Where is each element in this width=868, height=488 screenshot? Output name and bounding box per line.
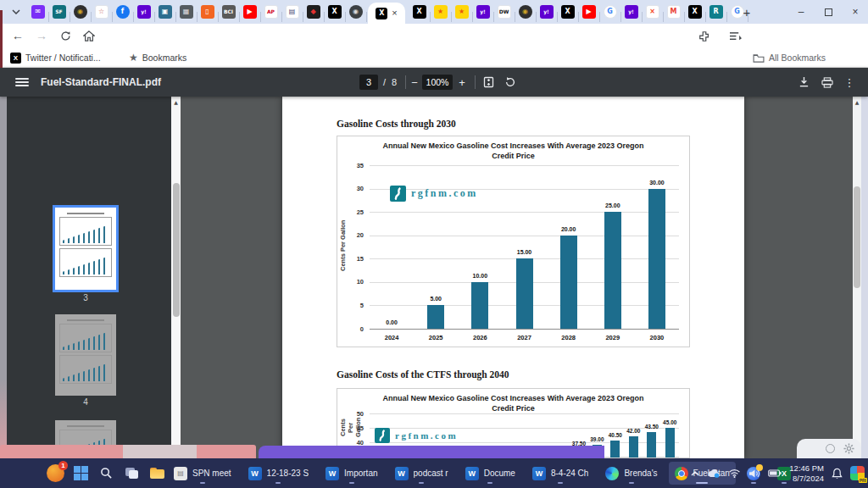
zoom-level[interactable]: 100% xyxy=(422,75,453,90)
thumbnail-page-3[interactable] xyxy=(55,208,116,290)
y-tick-label: 20 xyxy=(337,231,364,239)
flame-tab[interactable]: ◆ xyxy=(303,5,324,19)
x-twitter-tab[interactable]: X xyxy=(557,5,578,19)
dw-tab[interactable]: DW xyxy=(493,5,515,19)
taskbar-app-brenda-s[interactable]: Brenda's xyxy=(599,462,663,485)
sidebar-scrollbar-thumb[interactable] xyxy=(173,183,180,317)
bci-tab[interactable]: BCI xyxy=(218,5,239,19)
sidebar-scrollbar[interactable]: ▲ ▼ xyxy=(171,97,181,458)
zoom-out-button[interactable]: − xyxy=(409,74,420,91)
favicon-x-twitter: X xyxy=(688,5,702,19)
x-twitter-tab[interactable]: X xyxy=(409,5,430,19)
gold-star-tab[interactable]: ★ xyxy=(451,5,472,19)
home-button[interactable] xyxy=(81,28,97,43)
section-heading-2030: Gasoline Costs through 2030 xyxy=(337,119,456,129)
x-twitter-tab[interactable]: X xyxy=(324,5,345,19)
active-tab[interactable]: X × xyxy=(368,3,405,24)
taskbar-app-podcast-r[interactable]: Wpodcast r xyxy=(389,462,454,485)
gold-seal-tab[interactable]: ◉ xyxy=(515,5,536,19)
favicon-gold-seal: ◉ xyxy=(519,5,532,19)
word-icon: W xyxy=(326,467,339,480)
us-flag-tab[interactable]: ▤ xyxy=(281,5,303,19)
task-view-button[interactable] xyxy=(120,458,142,488)
scroll-up-icon[interactable]: ▲ xyxy=(171,99,181,105)
favicon-us-flag: ▤ xyxy=(286,5,299,19)
reload-button[interactable] xyxy=(58,28,73,43)
dark-grid-tab[interactable]: ▦ xyxy=(175,5,197,19)
wifi-icon[interactable] xyxy=(728,469,741,478)
teal-r-tab[interactable]: R xyxy=(705,5,726,19)
new-tab-button[interactable]: + xyxy=(737,3,756,20)
volume-icon[interactable] xyxy=(748,469,760,479)
back-button[interactable]: ← xyxy=(10,28,25,43)
thumbnail-page-4[interactable] xyxy=(55,314,116,396)
onedrive-cloud-icon[interactable] xyxy=(707,469,721,478)
side-panel-icon[interactable] xyxy=(727,29,743,44)
pdf-menu-hamburger-icon[interactable] xyxy=(15,78,29,86)
youtube-tab[interactable]: ▶ xyxy=(578,5,599,19)
taskbar-app-spn-meet[interactable]: ▤SPN meet xyxy=(168,462,237,485)
file-explorer-button[interactable] xyxy=(146,458,168,488)
taskbar-search-button[interactable] xyxy=(95,458,117,488)
window-minimize-button[interactable]: – xyxy=(788,0,814,24)
notifications-bell-icon[interactable] xyxy=(832,468,843,480)
x-twitter-tab[interactable]: X xyxy=(684,5,705,19)
y-tick-label: 35 xyxy=(337,162,364,169)
taskbar-app-importan[interactable]: WImportan xyxy=(320,462,383,485)
word-icon: W xyxy=(532,467,546,480)
fit-page-button[interactable] xyxy=(480,74,497,91)
tray-overflow-chevron-icon[interactable] xyxy=(691,471,699,476)
zoom-in-button[interactable]: + xyxy=(456,74,468,91)
orange-app-tab[interactable]: ▯ xyxy=(197,5,218,19)
all-bookmarks-button[interactable]: All Bookmarks xyxy=(753,47,826,68)
orange-app-icon[interactable]: 1 xyxy=(47,464,64,482)
youtube-tab[interactable]: ▶ xyxy=(239,5,260,19)
forward-button[interactable]: → xyxy=(34,28,49,43)
red-star-tab[interactable]: ☆ xyxy=(91,5,112,19)
rotate-button[interactable] xyxy=(502,74,519,91)
scroll-up-icon[interactable]: ▲ xyxy=(853,99,861,105)
taskbar-app-docume[interactable]: WDocume xyxy=(459,462,521,485)
sfnm-tab[interactable]: SF xyxy=(48,5,70,19)
yahoo-tab[interactable]: y! xyxy=(620,5,642,19)
gear-icon xyxy=(843,443,854,454)
joomla-tab[interactable]: × xyxy=(642,5,663,19)
start-button[interactable] xyxy=(70,458,92,488)
gold-seal-tab[interactable]: ◉ xyxy=(70,5,91,19)
teal-app-tab[interactable]: ▣ xyxy=(154,5,175,19)
taskbar-clock[interactable]: 12:46 PM 8/7/2024 xyxy=(789,463,824,484)
ap-news-tab[interactable]: AP xyxy=(260,5,281,19)
main-scrollbar[interactable]: ▲ xyxy=(853,97,861,458)
bookmark-twitter[interactable]: X Twitter / Notificati... xyxy=(10,47,101,68)
facebook-tab[interactable]: f xyxy=(112,5,133,19)
print-button[interactable] xyxy=(819,74,836,91)
yahoo-tab[interactable]: y! xyxy=(133,5,154,19)
google-tab[interactable]: G xyxy=(599,5,620,19)
extensions-puzzle-icon[interactable] xyxy=(697,29,712,44)
bookmark-folder-bookmarks[interactable]: ★ Bookmarks xyxy=(129,47,186,68)
download-button[interactable] xyxy=(795,74,812,91)
gridline xyxy=(370,413,679,414)
favicon-x-twitter: X xyxy=(328,5,342,19)
window-maximize-button[interactable] xyxy=(815,0,841,24)
battery-icon[interactable] xyxy=(768,469,782,477)
window-close-button[interactable]: × xyxy=(843,0,868,24)
yahoo-tab[interactable]: y! xyxy=(472,5,493,19)
globe-tab[interactable]: ◉ xyxy=(345,5,366,19)
page-number-input[interactable]: 3 xyxy=(359,75,378,90)
gmail-tab[interactable]: M xyxy=(663,5,684,19)
tab-search-chevron-icon[interactable] xyxy=(7,3,25,20)
colorful-widget-icon[interactable]: PRI xyxy=(850,466,865,480)
taskbar-app-8-4-24-ch[interactable]: W8-4-24 Ch xyxy=(526,462,594,485)
taskbar-app-12-18-23-s[interactable]: W12-18-23 S xyxy=(242,462,314,485)
mail-tab[interactable]: ✉ xyxy=(27,5,48,19)
thumb-mini-bars xyxy=(63,362,108,381)
pdf-more-kebab-icon[interactable]: ⋮ xyxy=(841,74,858,91)
main-scrollbar-thumb[interactable] xyxy=(854,186,860,288)
favicon-facebook: f xyxy=(116,5,130,19)
bar-2039 xyxy=(647,432,656,458)
tab-close-icon[interactable]: × xyxy=(392,8,397,18)
yahoo-tab[interactable]: y! xyxy=(536,5,557,19)
gold-star-tab[interactable]: ★ xyxy=(430,5,451,19)
background-window-edge xyxy=(0,97,7,458)
